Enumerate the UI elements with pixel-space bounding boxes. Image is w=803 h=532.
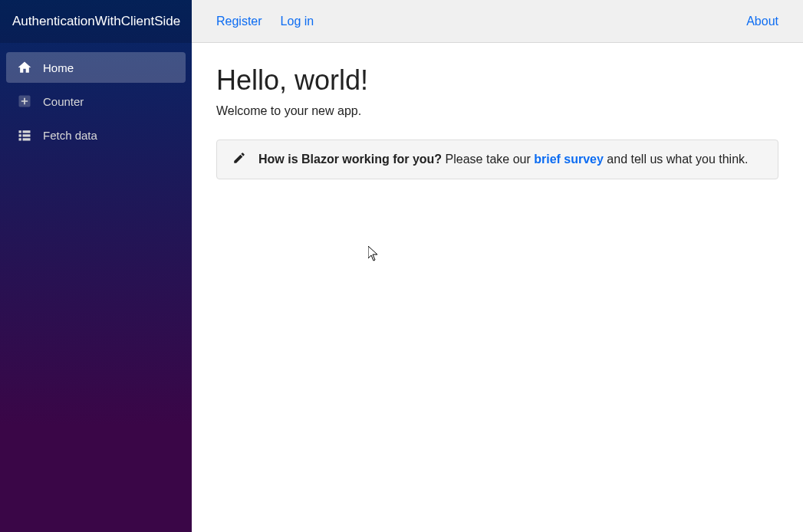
survey-question: How is Blazor working for you? [258, 153, 442, 166]
topbar-left: Register Log in [216, 15, 314, 28]
sidebar: AuthenticationWithClientSide Home Counte… [0, 0, 192, 532]
page-title: Hello, world! [216, 64, 778, 97]
login-link[interactable]: Log in [281, 15, 314, 28]
sidebar-item-counter[interactable]: Counter [6, 86, 186, 117]
topbar: Register Log in About [192, 0, 803, 43]
sidebar-item-label: Fetch data [43, 129, 97, 142]
list-icon [17, 127, 32, 143]
survey-suffix: and tell us what you think. [604, 153, 749, 166]
sidebar-item-fetch-data[interactable]: Fetch data [6, 120, 186, 150]
survey-link[interactable]: brief survey [534, 153, 604, 166]
app-brand[interactable]: AuthenticationWithClientSide [0, 0, 192, 43]
survey-text: How is Blazor working for you? Please ta… [258, 153, 748, 166]
pencil-icon [232, 151, 246, 168]
content: Hello, world! Welcome to your new app. H… [192, 43, 803, 201]
sidebar-item-home[interactable]: Home [6, 52, 186, 83]
main: Register Log in About Hello, world! Welc… [192, 0, 803, 532]
sidebar-item-label: Counter [43, 95, 84, 108]
sidebar-nav: Home Counter Fetch data [0, 43, 192, 159]
sidebar-item-label: Home [43, 61, 74, 74]
plus-icon [17, 94, 32, 109]
home-icon [17, 60, 32, 75]
survey-box: How is Blazor working for you? Please ta… [216, 140, 778, 179]
register-link[interactable]: Register [216, 15, 262, 28]
survey-prefix: Please take our [442, 153, 534, 166]
about-link[interactable]: About [746, 15, 778, 28]
welcome-text: Welcome to your new app. [216, 104, 778, 118]
